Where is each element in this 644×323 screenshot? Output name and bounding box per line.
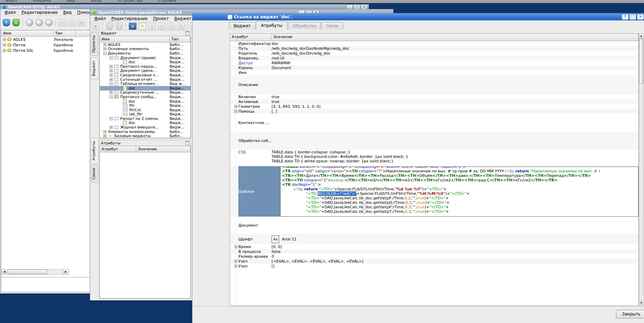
qtcfg-hscrollbar[interactable]: ◀ ▶	[1, 269, 69, 275]
widget-edit-icon[interactable]: ✎	[177, 22, 185, 30]
menu-item[interactable]: Файл	[2, 10, 19, 15]
tree-expander-icon[interactable]: +	[103, 43, 106, 46]
tree-expander-icon[interactable]: +	[110, 126, 113, 129]
menu-item[interactable]: Виджет	[172, 16, 195, 21]
tab-attributes[interactable]: Атрибуты	[91, 138, 98, 163]
widget-tree-row[interactable]: −Протокол сообщ...Видж...	[100, 95, 190, 99]
tree-expander-icon[interactable]: +	[110, 65, 113, 68]
column-header-attribute[interactable]: Атрибут	[230, 34, 272, 41]
tree-expander-icon[interactable]: +	[110, 74, 113, 77]
tree-expander-icon[interactable]: +	[103, 130, 106, 133]
row-expander-icon[interactable]: +	[234, 110, 237, 113]
widget-tree-row[interactable]: +docВидж...	[100, 121, 190, 125]
attribute-value[interactable]: <TABLE border="1" cellpadding="2" cellsp…	[280, 166, 638, 217]
column-header-value[interactable]: Значение	[272, 34, 638, 41]
load-icon[interactable]: ↑	[105, 22, 114, 30]
attribute-value[interactable]: []	[272, 264, 638, 268]
menu-item[interactable]: Ввод	[88, 0, 104, 3]
scroll-thumb[interactable]	[8, 269, 47, 274]
widget-library-icon[interactable]: ★	[129, 22, 137, 30]
widget-tree-row[interactable]: −Документ (архив)Видж...	[100, 56, 190, 60]
qtcfg-titlebar[interactable]: OpenSCADA QTCfg: AGLKS _□×	[0, 4, 369, 9]
tree-expander-icon[interactable]: +	[110, 91, 113, 94]
dialog-titlebar[interactable]: Ссылка на виджет 'doc'. ?□×	[192, 13, 644, 20]
widget-tree-row[interactable]: +fltrColВидж...	[100, 108, 190, 112]
db-save-icon[interactable]: ↓	[12, 19, 20, 27]
scroll-up-icon[interactable]: ▲	[639, 34, 643, 39]
menu-item[interactable]: Устройства	[115, 0, 145, 3]
tab-widget[interactable]: Виджет	[91, 57, 98, 79]
help-button[interactable]: ?	[622, 14, 628, 20]
widget-tree-row[interactable]: +docВидж...	[100, 99, 190, 104]
attribute-value[interactable]: Document	[272, 65, 638, 70]
menu-item[interactable]: Файл	[92, 16, 108, 21]
row-expander-icon[interactable]: +	[234, 260, 237, 263]
row-expander-icon[interactable]: +	[234, 265, 237, 268]
tree-expander-icon[interactable]: +	[3, 44, 6, 47]
close-dialog-button[interactable]: Закрыть	[616, 310, 644, 319]
menu-item[interactable]: Проект	[150, 16, 172, 21]
widget-library-new-icon[interactable]: ★	[138, 22, 146, 30]
widget-props-icon[interactable]: ◎	[167, 22, 176, 30]
tree-expander-icon[interactable]: −	[110, 95, 113, 98]
attribute-value[interactable]: [, ]	[272, 109, 638, 114]
attribute-value[interactable]: 0	[272, 254, 638, 259]
widget-tree-row[interactable]: +docВидж...	[100, 86, 190, 91]
attribute-value[interactable]: [3, 3, 893, 593, 1, 1, 0, 0]	[272, 104, 638, 109]
tree-expander-icon[interactable]: +	[3, 38, 6, 41]
minimize-button[interactable]: _	[347, 4, 353, 9]
tab-widget[interactable]: Виджет	[229, 22, 255, 29]
back-icon[interactable]: ←	[35, 19, 43, 27]
tree-expander-icon[interactable]: −	[110, 117, 113, 120]
row-expander-icon[interactable]: +	[234, 245, 237, 248]
attribute-value[interactable]: [0, 0]	[272, 244, 638, 249]
tree-expander-icon[interactable]: +	[110, 69, 113, 72]
attribute-value[interactable]: RWRWRW	[272, 60, 638, 65]
dialog-vscrollbar[interactable]: ▲ ▼	[639, 34, 644, 306]
attribute-value[interactable]: false	[272, 249, 638, 254]
row-expander-icon[interactable]: +	[234, 105, 237, 108]
station-tree-row[interactable]: +Петля SSLУдалённая	[1, 48, 90, 53]
scroll-right-icon[interactable]: ▶	[63, 269, 68, 274]
widget-tree-row[interactable]: +Суточный отчёт ...Видж...	[100, 77, 190, 82]
station-tree-row[interactable]: +ПетляУдалённая	[1, 42, 90, 48]
float-panel-icon[interactable]	[186, 31, 189, 35]
close-button[interactable]: ×	[637, 14, 644, 20]
up-level-icon[interactable]: ↑	[25, 19, 34, 27]
scroll-left-icon[interactable]: ◀	[2, 269, 7, 274]
tab-links[interactable]: Связи	[91, 165, 98, 183]
attribute-value[interactable]: AaArial 11	[272, 234, 638, 244]
tree-expander-icon[interactable]: −	[103, 52, 106, 55]
column-header-name[interactable]: Имя	[100, 36, 170, 42]
tab-processing[interactable]: Обработка	[288, 22, 321, 29]
column-header-type[interactable]: Тип	[170, 36, 190, 42]
close-button[interactable]: ×	[361, 4, 367, 9]
widget-tree-row[interactable]: −ДокументыБибл...	[100, 51, 190, 56]
menu-item[interactable]: Справка	[155, 0, 179, 3]
menu-item[interactable]: Редактирование	[19, 10, 60, 15]
attribute-value[interactable]: TABLE.data { border-collapse: collapse; …	[272, 150, 638, 166]
del-widget-icon[interactable]: ×	[158, 22, 166, 30]
attribute-value[interactable]	[272, 114, 638, 132]
scroll-down-icon[interactable]: ▼	[639, 301, 643, 305]
float-panel-icon[interactable]	[186, 141, 189, 145]
attribute-value[interactable]: /wlb_doc/wdg_docGasNodeMgn/wdg_doc	[272, 46, 638, 51]
run-project-icon[interactable]: ▶	[92, 22, 100, 30]
column-header-type[interactable]: Тип	[54, 30, 76, 36]
tree-expander-icon[interactable]: −	[110, 82, 113, 85]
copy-item-icon[interactable]: ▤	[77, 19, 86, 27]
tab-projects[interactable]: Проекты	[91, 32, 98, 56]
attribute-value[interactable]	[272, 217, 638, 234]
widget-tree-row[interactable]: +Документ (дина...Видж...	[100, 69, 190, 73]
attribute-value[interactable]: /wlb_doc/wdg_docDin/wdg_doc	[272, 51, 638, 56]
widget-tree-row[interactable]: −Рапорт на 2 сменыВидж...	[100, 116, 190, 121]
attribute-value[interactable]: true	[272, 94, 638, 99]
tab-links[interactable]: Связи	[321, 22, 343, 29]
attribute-value[interactable]: root:UI	[272, 56, 638, 60]
column-header-value[interactable]: Значение	[136, 146, 190, 152]
add-widget-icon[interactable]: +	[148, 22, 156, 30]
save-icon[interactable]: ↓	[115, 22, 123, 30]
widget-tree-row[interactable]: +AGLKSБибл...	[100, 42, 190, 47]
forward-icon[interactable]: →	[45, 19, 53, 27]
del-item-icon[interactable]: ×	[68, 19, 76, 27]
